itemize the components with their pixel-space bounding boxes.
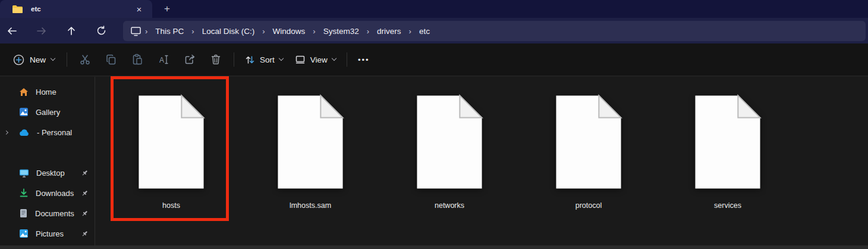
breadcrumb-etc[interactable]: etc [415,24,434,38]
sidebar-item-desktop[interactable]: Desktop [0,163,95,183]
file-explorer-window: etc × + › This PC › Local Disk (C:) › Wi… [0,0,868,249]
back-button[interactable] [2,21,21,41]
share-icon [184,54,196,66]
new-button[interactable]: New [6,49,62,70]
rename-button[interactable]: A [150,49,177,70]
toolbar-divider [67,52,67,67]
copy-button[interactable] [98,49,124,70]
file-services[interactable]: services [683,77,772,245]
command-toolbar: New A [0,43,868,76]
breadcrumb-separator: › [405,27,415,36]
delete-button[interactable] [203,49,229,70]
sidebar-item-label: Pictures [36,229,64,238]
sidebar-item-documents[interactable]: Documents [0,203,95,223]
sort-icon [245,55,255,65]
breadcrumb-separator: › [188,27,197,36]
tab-close-icon[interactable]: × [133,3,145,15]
blank-file-icon [273,92,347,192]
refresh-button[interactable] [92,21,111,41]
forward-button[interactable] [32,21,51,41]
cut-button[interactable] [72,49,98,70]
paste-icon [131,54,143,66]
up-button[interactable] [62,21,81,41]
blank-file-icon [134,92,208,192]
file-protocol[interactable]: protocol [544,77,633,245]
sort-button-label: Sort [260,55,275,64]
documents-icon [19,208,28,218]
pin-icon [81,210,89,217]
new-button-label: New [30,55,46,64]
gallery-icon [19,107,29,117]
tab-title: etc [31,5,41,13]
desktop-icon [19,169,29,178]
sidebar-item-label: Desktop [36,169,65,178]
breadcrumb-windows[interactable]: Windows [269,24,310,38]
chevron-right-icon[interactable] [4,130,8,134]
sidebar-section-gap [0,142,95,163]
sidebar-item-pictures[interactable]: Pictures [0,223,95,244]
chevron-down-icon [51,56,55,61]
breadcrumb-this-pc[interactable]: This PC [151,24,188,38]
copy-icon [105,54,117,66]
sidebar-item-label: Gallery [36,108,60,117]
sidebar-item-label: Downloads [36,189,74,198]
pictures-icon [19,229,29,238]
chevron-down-icon [332,56,336,61]
new-plus-icon [13,54,24,66]
this-pc-icon[interactable] [130,26,141,36]
folder-icon [12,5,23,14]
file-label: networks [435,201,464,210]
file-label: protocol [575,201,602,210]
sidebar-item-gallery[interactable]: Gallery [0,102,95,122]
rename-icon: A [158,54,169,66]
share-button[interactable] [177,49,203,70]
view-icon [295,55,306,64]
file-label: lmhosts.sam [290,201,331,210]
sidebar-item-label: - Personal [37,128,72,137]
file-networks[interactable]: networks [405,77,494,245]
breadcrumb-local-disk-c[interactable]: Local Disk (C:) [198,24,259,38]
toolbar-divider [234,52,234,67]
sidebar: Home Gallery - Personal Desktop [0,77,95,245]
new-tab-button[interactable]: + [158,1,176,17]
pin-icon [81,189,89,197]
chevron-down-icon [279,56,284,61]
sort-button[interactable]: Sort [239,49,289,70]
blank-file-icon [413,92,486,192]
sidebar-item-downloads[interactable]: Downloads [0,183,95,203]
trash-icon [210,54,222,66]
file-grid: hosts lmhosts.sam networks protocol [96,77,868,245]
sidebar-item-label: Home [36,88,56,97]
view-button-label: View [310,55,328,64]
sidebar-item-onedrive-personal[interactable]: - Personal [0,122,95,142]
blank-file-icon [691,92,765,192]
home-icon [19,88,29,97]
toolbar-divider [347,52,347,67]
breadcrumb-separator: › [259,27,268,36]
downloads-icon [19,188,29,198]
breadcrumb-separator: › [141,27,151,36]
file-label: hosts [162,201,180,210]
svg-text:A: A [159,56,164,64]
file-label: services [714,201,741,210]
bottom-strip [0,245,868,249]
tab-etc[interactable]: etc × [0,0,152,18]
breadcrumb-system32[interactable]: System32 [319,24,363,38]
breadcrumb-separator: › [309,27,319,36]
file-hosts[interactable]: hosts [127,77,216,245]
pin-icon [81,230,89,238]
paste-button[interactable] [124,49,150,70]
view-button[interactable]: View [289,49,342,70]
cut-icon [79,54,91,66]
breadcrumb: › This PC › Local Disk (C:) › Windows › … [123,21,866,41]
breadcrumb-drivers[interactable]: drivers [373,24,405,38]
blank-file-icon [552,92,625,192]
file-lmhosts-sam[interactable]: lmhosts.sam [266,77,355,245]
breadcrumb-separator: › [363,27,373,36]
pin-icon [81,169,89,177]
more-options-button[interactable]: ••• [352,49,376,70]
tab-bar: etc × + [0,0,868,18]
onedrive-cloud-icon [19,129,30,136]
sidebar-item-home[interactable]: Home [0,82,95,102]
sidebar-item-label: Documents [35,209,74,218]
